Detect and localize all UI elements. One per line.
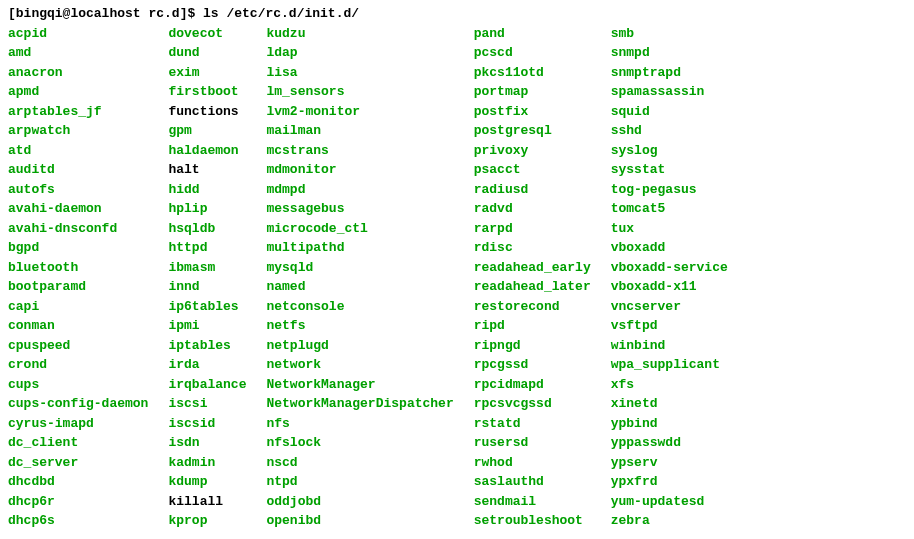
file-entry: rarpd — [474, 219, 591, 239]
file-entry: dhcp6r — [8, 492, 148, 512]
file-entry: nfslock — [266, 433, 453, 453]
file-entry: haldaemon — [168, 141, 246, 161]
file-entry: openibd — [266, 511, 453, 531]
file-entry: radvd — [474, 199, 591, 219]
file-entry: ipmi — [168, 316, 246, 336]
file-entry: rdisc — [474, 238, 591, 258]
file-entry: syslog — [611, 141, 728, 161]
file-entry: exim — [168, 63, 246, 83]
file-entry: wpa_supplicant — [611, 355, 728, 375]
file-entry: cups — [8, 375, 148, 395]
file-entry: nfs — [266, 414, 453, 434]
file-entry: anacron — [8, 63, 148, 83]
file-entry: pkcs11otd — [474, 63, 591, 83]
file-entry: arpwatch — [8, 121, 148, 141]
file-entry: lvm2-monitor — [266, 102, 453, 122]
file-entry: saslauthd — [474, 472, 591, 492]
file-entry: kprop — [168, 511, 246, 531]
file-entry: smb — [611, 24, 728, 44]
file-entry: vboxadd-service — [611, 258, 728, 278]
file-entry: radiusd — [474, 180, 591, 200]
file-entry: portmap — [474, 82, 591, 102]
file-entry: avahi-daemon — [8, 199, 148, 219]
file-entry: rpcidmapd — [474, 375, 591, 395]
file-entry: dc_server — [8, 453, 148, 473]
file-entry: NetworkManagerDispatcher — [266, 394, 453, 414]
file-entry: ripd — [474, 316, 591, 336]
file-entry: ibmasm — [168, 258, 246, 278]
file-entry: pcscd — [474, 43, 591, 63]
file-entry: acpid — [8, 24, 148, 44]
file-entry: tog-pegasus — [611, 180, 728, 200]
file-entry: cyrus-imapd — [8, 414, 148, 434]
file-entry: yum-updatesd — [611, 492, 728, 512]
file-entry: setroubleshoot — [474, 511, 591, 531]
file-entry: readahead_later — [474, 277, 591, 297]
file-entry: avahi-dnsconfd — [8, 219, 148, 239]
file-entry: messagebus — [266, 199, 453, 219]
listing-column-2: kudzuldaplisalm_sensorslvm2-monitormailm… — [266, 24, 453, 531]
file-entry: mcstrans — [266, 141, 453, 161]
file-entry: atd — [8, 141, 148, 161]
file-entry: ip6tables — [168, 297, 246, 317]
file-entry: mdmpd — [266, 180, 453, 200]
file-entry: mdmonitor — [266, 160, 453, 180]
file-entry: lisa — [266, 63, 453, 83]
file-entry: restorecond — [474, 297, 591, 317]
file-entry: ypserv — [611, 453, 728, 473]
file-entry: dund — [168, 43, 246, 63]
shell-prompt: [bingqi@localhost rc.d]$ ls /etc/rc.d/in… — [8, 4, 906, 24]
file-entry: tux — [611, 219, 728, 239]
file-entry: bootparamd — [8, 277, 148, 297]
file-entry: bluetooth — [8, 258, 148, 278]
file-entry: mysqld — [266, 258, 453, 278]
file-entry: firstboot — [168, 82, 246, 102]
file-entry: netplugd — [266, 336, 453, 356]
file-entry: gpm — [168, 121, 246, 141]
file-entry: crond — [8, 355, 148, 375]
file-entry: postgresql — [474, 121, 591, 141]
file-entry: bgpd — [8, 238, 148, 258]
listing-column-4: smbsnmpdsnmptrapdspamassassinsquidsshdsy… — [611, 24, 728, 531]
file-entry: hplip — [168, 199, 246, 219]
file-entry: apmd — [8, 82, 148, 102]
file-entry: multipathd — [266, 238, 453, 258]
file-entry: dc_client — [8, 433, 148, 453]
file-entry: rpcsvcgssd — [474, 394, 591, 414]
file-entry: named — [266, 277, 453, 297]
file-entry: irda — [168, 355, 246, 375]
file-entry: kdump — [168, 472, 246, 492]
file-entry: dovecot — [168, 24, 246, 44]
file-entry: psacct — [474, 160, 591, 180]
file-entry: spamassassin — [611, 82, 728, 102]
file-entry: rpcgssd — [474, 355, 591, 375]
file-entry: iptables — [168, 336, 246, 356]
file-entry: irqbalance — [168, 375, 246, 395]
listing-column-3: pandpcscdpkcs11otdportmappostfixpostgres… — [474, 24, 591, 531]
file-entry: ntpd — [266, 472, 453, 492]
file-entry: rusersd — [474, 433, 591, 453]
file-entry: NetworkManager — [266, 375, 453, 395]
file-entry: vboxadd-x11 — [611, 277, 728, 297]
file-entry: innd — [168, 277, 246, 297]
file-entry: snmptrapd — [611, 63, 728, 83]
file-entry: iscsid — [168, 414, 246, 434]
file-entry: functions — [168, 102, 246, 122]
file-entry: conman — [8, 316, 148, 336]
file-entry: netconsole — [266, 297, 453, 317]
file-entry: squid — [611, 102, 728, 122]
file-entry: pand — [474, 24, 591, 44]
file-entry: autofs — [8, 180, 148, 200]
file-entry: ypxfrd — [611, 472, 728, 492]
file-entry: oddjobd — [266, 492, 453, 512]
file-entry: sendmail — [474, 492, 591, 512]
file-entry: kadmin — [168, 453, 246, 473]
file-entry: microcode_ctl — [266, 219, 453, 239]
file-entry: killall — [168, 492, 246, 512]
file-entry: privoxy — [474, 141, 591, 161]
file-entry: dhcdbd — [8, 472, 148, 492]
file-entry: rstatd — [474, 414, 591, 434]
file-entry: kudzu — [266, 24, 453, 44]
file-entry: network — [266, 355, 453, 375]
file-entry: xinetd — [611, 394, 728, 414]
